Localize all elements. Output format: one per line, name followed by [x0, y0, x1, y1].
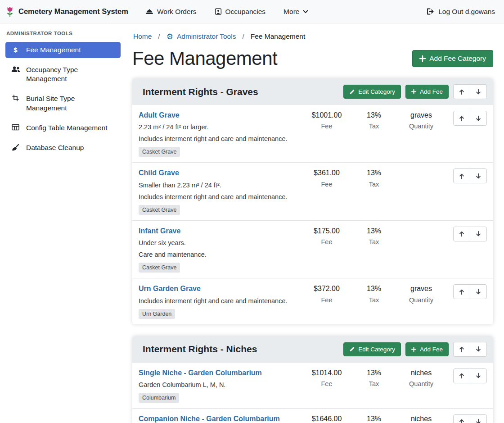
breadcrumb-admin-tools-link[interactable]: ⚙ Administrator Tools	[166, 32, 236, 41]
category-move-up-button[interactable]	[453, 342, 470, 357]
pencil-icon	[349, 89, 355, 95]
plus-icon	[411, 89, 416, 94]
sidebar-item-fee-management[interactable]: $ Fee Management	[5, 42, 121, 58]
breadcrumb: Home / ⚙ Administrator Tools / Fee Manag…	[132, 32, 493, 41]
fee-move-down-button[interactable]	[470, 368, 487, 383]
breadcrumb-admin-tools-label: Administrator Tools	[177, 32, 236, 41]
fee-info: Single Niche - Garden Columbarium Garden…	[139, 368, 300, 403]
add-fee-label: Add Fee	[420, 346, 443, 353]
category-reorder-buttons	[453, 84, 487, 99]
logout-icon	[427, 8, 434, 15]
sidebar-item-label: Burial Site Type Management	[26, 94, 115, 112]
nav-more[interactable]: More	[284, 8, 308, 16]
fee-amount: $1001.00	[300, 111, 354, 119]
fee-amount-col: $372.00 Fee	[300, 284, 354, 303]
fee-amount-col: $175.00 Fee	[300, 227, 354, 246]
fee-reorder-buttons	[453, 111, 487, 126]
category-move-down-button[interactable]	[470, 84, 487, 99]
fee-description: Includes interment right and care and ma…	[139, 297, 300, 305]
page-layout: ADMINISTRATOR TOOLS $ Fee Management Occ…	[0, 23, 504, 423]
app-brand[interactable]: Cemetery Management System	[5, 6, 128, 18]
fee-tax-label: Tax	[354, 380, 394, 387]
top-navbar: Cemetery Management System Work Orders	[0, 0, 504, 23]
fee-type-badge: Casket Grave	[139, 205, 180, 215]
fee-info: Child Grave Smaller than 2.23 m² / 24 ft…	[139, 168, 300, 214]
fee-row: Infant Grave Under six years. Care and m…	[132, 221, 493, 278]
logout-button[interactable]: Log Out d.gowans	[427, 8, 495, 16]
fee-reorder-buttons	[453, 168, 487, 183]
fee-reorder-buttons	[453, 227, 487, 241]
person-frame-icon	[215, 8, 222, 15]
nav-work-orders[interactable]: Work Orders	[145, 8, 197, 16]
fee-info: Urn Garden Grave Includes interment righ…	[139, 284, 300, 318]
fee-amount-label: Fee	[300, 380, 354, 387]
main-nav: Work Orders Occupancies More	[145, 8, 309, 16]
fee-move-down-button[interactable]	[470, 111, 487, 126]
category-card-graves: Interment Rights - Graves Edit Category …	[132, 78, 493, 324]
category-reorder-buttons	[453, 342, 487, 357]
fee-name-link[interactable]: Urn Garden Grave	[139, 284, 201, 293]
fee-move-up-button[interactable]	[453, 368, 470, 383]
category-title: Interment Rights - Niches	[139, 344, 257, 355]
fee-type-badge: Casket Grave	[139, 263, 180, 273]
breadcrumb-separator: /	[158, 32, 160, 41]
fee-amount-label: Fee	[300, 181, 354, 188]
fee-amount: $1646.00	[300, 414, 354, 423]
fee-amount-col: $361.00 Fee	[300, 168, 354, 187]
fee-name-link[interactable]: Adult Grave	[139, 111, 180, 119]
add-fee-button[interactable]: Add Fee	[405, 342, 449, 356]
fee-move-down-button[interactable]	[470, 227, 487, 241]
fee-tax-col: 13% Tax	[354, 227, 394, 246]
edit-category-button[interactable]: Edit Category	[343, 85, 401, 99]
sidebar-item-occupancy-type-management[interactable]: Occupancy Type Management	[5, 62, 121, 87]
edit-category-label: Edit Category	[358, 88, 395, 95]
fee-move-up-button[interactable]	[453, 168, 470, 183]
sidebar-item-database-cleanup[interactable]: Database Cleanup	[5, 140, 121, 156]
title-row: Fee Management Add Fee Category	[132, 48, 493, 69]
fee-type-badge: Urn Garden	[139, 309, 175, 319]
fee-name-link[interactable]: Companion Niche - Garden Columbarium	[139, 414, 280, 423]
fee-description: Smaller than 2.23 m² / 24 ft².	[139, 181, 300, 189]
breadcrumb-current: Fee Management	[251, 32, 306, 41]
fee-tax-col: 13% Tax	[354, 168, 394, 187]
breadcrumb-home-link[interactable]: Home	[133, 32, 152, 41]
fee-move-down-button[interactable]	[470, 284, 487, 299]
fee-type-badge: Columbarium	[139, 393, 179, 403]
hard-hat-icon	[145, 8, 153, 15]
fee-amount: $175.00	[300, 227, 354, 235]
category-move-up-button[interactable]	[453, 84, 470, 99]
sidebar-heading: ADMINISTRATOR TOOLS	[6, 31, 120, 36]
nav-occupancies[interactable]: Occupancies	[215, 8, 266, 16]
edit-category-label: Edit Category	[358, 346, 395, 353]
fee-move-down-button[interactable]	[470, 414, 487, 423]
sidebar-item-label: Config Table Management	[26, 123, 108, 132]
fee-amount-col: $1001.00 Fee	[300, 111, 354, 130]
add-fee-category-button[interactable]: Add Fee Category	[412, 50, 493, 67]
fee-quantity-col: niches Quantity	[394, 368, 448, 387]
sidebar-item-burial-site-type-management[interactable]: Burial Site Type Management	[5, 91, 121, 116]
fee-name-link[interactable]: Infant Grave	[139, 227, 180, 235]
add-fee-label: Add Fee	[420, 88, 443, 95]
fee-move-down-button[interactable]	[470, 168, 487, 183]
fee-move-up-button[interactable]	[453, 414, 470, 423]
sidebar-item-config-table-management[interactable]: Config Table Management	[5, 120, 121, 136]
fee-move-up-button[interactable]	[453, 111, 470, 126]
fee-amount-col: $1646.00 Fee	[300, 414, 354, 423]
fee-move-up-button[interactable]	[453, 284, 470, 299]
category-header: Interment Rights - Niches Edit Category …	[132, 336, 493, 363]
fee-amount-label: Fee	[300, 238, 354, 246]
fee-quantity: niches	[394, 368, 448, 377]
pencil-icon	[349, 346, 355, 352]
fee-tax-label: Tax	[354, 181, 394, 188]
fee-name-link[interactable]: Child Grave	[139, 168, 179, 177]
fee-name-link[interactable]: Single Niche - Garden Columbarium	[139, 368, 262, 377]
fee-reorder-buttons	[453, 368, 487, 383]
sidebar-item-label: Occupancy Type Management	[26, 65, 115, 83]
fee-move-up-button[interactable]	[453, 227, 470, 241]
edit-category-button[interactable]: Edit Category	[343, 342, 401, 356]
fee-tax-col: 13% Tax	[354, 111, 394, 130]
add-fee-button[interactable]: Add Fee	[405, 85, 449, 99]
fee-row: Urn Garden Grave Includes interment righ…	[132, 278, 493, 324]
chevron-down-icon	[303, 10, 308, 14]
category-move-down-button[interactable]	[470, 342, 487, 357]
